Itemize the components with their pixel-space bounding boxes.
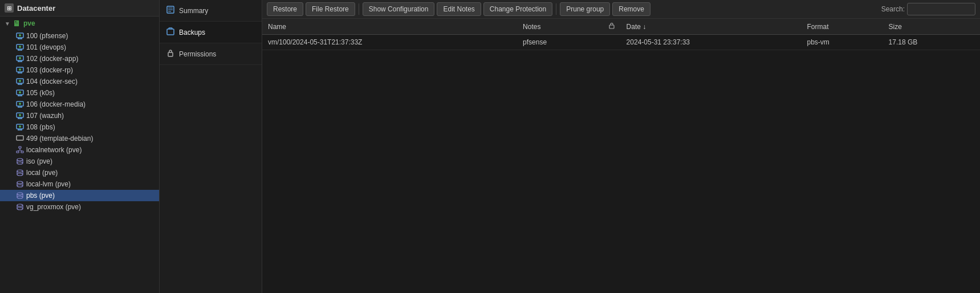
col-header-notes[interactable]: Notes bbox=[517, 19, 603, 35]
vm-icon-103 bbox=[16, 67, 24, 74]
tab-summary[interactable]: Summary bbox=[160, 0, 262, 22]
sidebar-item-pbs-label: pbs (pve) bbox=[26, 192, 55, 200]
sidebar-item-local-lvm-label: local-lvm (pve) bbox=[26, 180, 71, 188]
sidebar-item-107[interactable]: 107 (wazuh) bbox=[0, 110, 159, 121]
network-icon-localnetwork bbox=[16, 146, 24, 154]
col-header-format[interactable]: Format bbox=[801, 19, 883, 35]
sidebar: ⊞ Datacenter ▼ 🖥 pve 100 (pfsense) 101 (… bbox=[0, 0, 160, 293]
sidebar-item-local-lvm[interactable]: local-lvm (pve) bbox=[0, 178, 159, 190]
svg-rect-47 bbox=[17, 151, 19, 153]
sidebar-item-103[interactable]: 103 (docker-rp) bbox=[0, 64, 159, 76]
vm-icon-101 bbox=[16, 44, 24, 51]
cell-date: 2024-05-31 23:37:33 bbox=[621, 35, 802, 50]
tab-backups-label: Backups bbox=[179, 29, 205, 36]
svg-point-4 bbox=[19, 34, 21, 36]
backups-icon bbox=[166, 27, 174, 37]
table-section: Restore File Restore Show Configuration … bbox=[262, 0, 980, 293]
tab-permissions[interactable]: Permissions bbox=[160, 43, 262, 65]
show-configuration-button[interactable]: Show Configuration bbox=[363, 2, 435, 16]
sidebar-item-108-label: 108 (pbs) bbox=[26, 123, 55, 131]
svg-point-39 bbox=[19, 114, 21, 116]
svg-point-64 bbox=[17, 193, 23, 195]
svg-rect-77 bbox=[168, 52, 173, 56]
prune-group-button[interactable]: Prune group bbox=[560, 2, 610, 16]
edit-notes-button[interactable]: Edit Notes bbox=[437, 2, 481, 16]
sidebar-item-102-label: 102 (docker-app) bbox=[26, 55, 78, 63]
summary-icon bbox=[166, 6, 174, 15]
vm-icon-104 bbox=[16, 78, 24, 85]
svg-rect-45 bbox=[17, 136, 23, 140]
svg-point-52 bbox=[17, 158, 23, 161]
sidebar-item-localnetwork-label: localnetwork (pve) bbox=[26, 146, 82, 154]
toolbar: Restore File Restore Show Configuration … bbox=[262, 0, 980, 19]
svg-point-59 bbox=[17, 173, 23, 176]
sidebar-item-localnetwork[interactable]: localnetwork (pve) bbox=[0, 144, 159, 156]
sidebar-item-105-label: 105 (k0s) bbox=[26, 89, 55, 97]
sidebar-item-100[interactable]: 100 (pfsense) bbox=[0, 30, 159, 42]
svg-rect-48 bbox=[21, 151, 23, 153]
svg-point-60 bbox=[17, 181, 23, 184]
col-header-size[interactable]: Size bbox=[883, 19, 980, 35]
restore-button[interactable]: Restore bbox=[267, 2, 303, 16]
svg-point-24 bbox=[19, 80, 21, 82]
sidebar-item-499-label: 499 (template-debian) bbox=[26, 135, 93, 143]
sidebar-item-vg-proxmox[interactable]: vg_proxmox (pve) bbox=[0, 201, 159, 213]
change-protection-button[interactable]: Change Protection bbox=[483, 2, 552, 16]
sidebar-item-106-label: 106 (docker-media) bbox=[26, 100, 86, 108]
vm-icon-105 bbox=[16, 89, 24, 96]
sidebar-item-104[interactable]: 104 (docker-sec) bbox=[0, 76, 159, 87]
col-header-lock bbox=[603, 19, 621, 35]
pve-arrow-icon: ▼ bbox=[5, 21, 10, 27]
storage-icon-iso bbox=[16, 158, 24, 165]
sidebar-item-local-label: local (pve) bbox=[26, 169, 58, 177]
main-content: Summary Backups Permissions bbox=[160, 0, 980, 293]
col-header-name[interactable]: Name bbox=[262, 19, 517, 35]
tabs-panel: Summary Backups Permissions bbox=[160, 0, 262, 293]
search-area: Search: bbox=[881, 3, 975, 15]
content-area: Summary Backups Permissions bbox=[160, 0, 980, 293]
datacenter-label: Datacenter bbox=[17, 4, 55, 13]
sidebar-item-106[interactable]: 106 (docker-media) bbox=[0, 99, 159, 110]
sidebar-item-108[interactable]: 108 (pbs) bbox=[0, 121, 159, 133]
sidebar-item-100-label: 100 (pfsense) bbox=[26, 32, 68, 40]
sidebar-item-101-label: 101 (devops) bbox=[26, 43, 66, 51]
sidebar-item-105[interactable]: 105 (k0s) bbox=[0, 87, 159, 99]
svg-point-44 bbox=[19, 125, 21, 128]
sidebar-item-104-label: 104 (docker-sec) bbox=[26, 78, 78, 86]
svg-rect-78 bbox=[609, 25, 614, 29]
sidebar-item-102[interactable]: 102 (docker-app) bbox=[0, 53, 159, 64]
sidebar-item-103-label: 103 (docker-rp) bbox=[26, 66, 73, 74]
sidebar-item-pbs[interactable]: pbs (pve) bbox=[0, 190, 159, 201]
svg-point-29 bbox=[19, 91, 21, 93]
remove-button[interactable]: Remove bbox=[612, 2, 650, 16]
sidebar-item-iso[interactable]: iso (pve) bbox=[0, 156, 159, 167]
svg-point-71 bbox=[17, 207, 23, 210]
svg-point-63 bbox=[17, 185, 23, 187]
search-label: Search: bbox=[881, 5, 905, 13]
table-row[interactable]: vm/100/2024-05-31T21:37:33Z pfsense 2024… bbox=[262, 35, 980, 50]
col-header-date[interactable]: Date ↓ bbox=[621, 19, 802, 35]
storage-icon-pbs bbox=[16, 192, 24, 199]
cell-size: 17.18 GB bbox=[883, 35, 980, 50]
svg-point-14 bbox=[19, 57, 21, 59]
search-input[interactable] bbox=[907, 3, 975, 15]
storage-icon-local-lvm bbox=[16, 181, 24, 188]
cell-format: pbs-vm bbox=[801, 35, 883, 50]
pve-node-icon: 🖥 bbox=[13, 19, 21, 28]
svg-point-34 bbox=[19, 103, 21, 105]
sidebar-item-local[interactable]: local (pve) bbox=[0, 167, 159, 178]
tab-backups[interactable]: Backups bbox=[160, 22, 262, 43]
vm-icon-102 bbox=[16, 55, 24, 62]
svg-rect-76 bbox=[167, 29, 174, 35]
svg-point-55 bbox=[17, 162, 23, 164]
sidebar-datacenter[interactable]: ⊞ Datacenter bbox=[0, 0, 159, 17]
template-icon-499 bbox=[16, 135, 24, 142]
vm-icon-100 bbox=[16, 32, 24, 39]
file-restore-button[interactable]: File Restore bbox=[306, 2, 355, 16]
permissions-icon bbox=[166, 49, 174, 59]
svg-point-68 bbox=[17, 204, 23, 206]
app-container: ⊞ Datacenter ▼ 🖥 pve 100 (pfsense) 101 (… bbox=[0, 0, 980, 293]
sidebar-item-499[interactable]: 499 (template-debian) bbox=[0, 133, 159, 144]
sidebar-item-101[interactable]: 101 (devops) bbox=[0, 42, 159, 53]
pve-node[interactable]: ▼ 🖥 pve bbox=[0, 17, 159, 30]
